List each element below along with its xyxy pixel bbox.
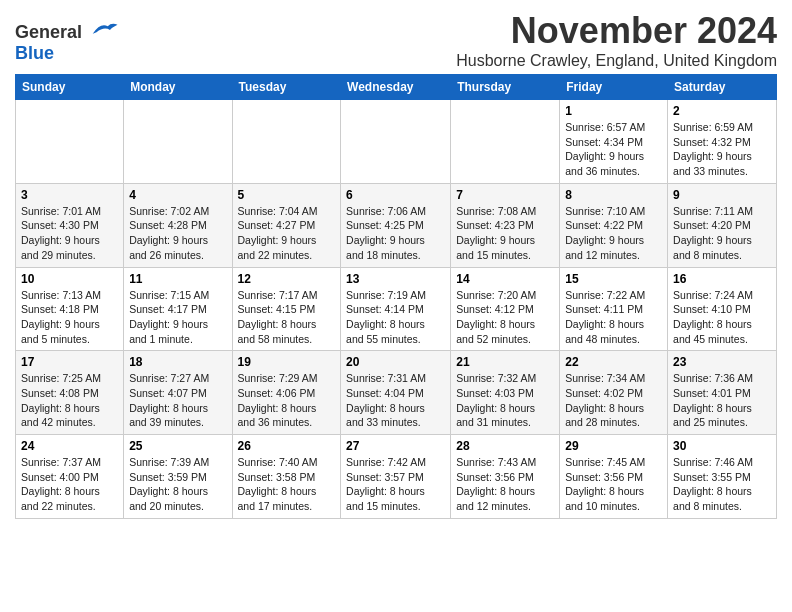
header-cell-friday: Friday [560,75,668,100]
logo-general: General [15,22,82,42]
day-number: 17 [21,355,118,369]
day-cell: 13Sunrise: 7:19 AM Sunset: 4:14 PM Dayli… [341,267,451,351]
day-number: 26 [238,439,336,453]
day-cell: 7Sunrise: 7:08 AM Sunset: 4:23 PM Daylig… [451,183,560,267]
day-cell: 19Sunrise: 7:29 AM Sunset: 4:06 PM Dayli… [232,351,341,435]
day-cell [16,100,124,184]
day-info: Sunrise: 7:24 AM Sunset: 4:10 PM Dayligh… [673,288,771,347]
location-title: Husborne Crawley, England, United Kingdo… [456,52,777,70]
calendar-table: SundayMondayTuesdayWednesdayThursdayFrid… [15,74,777,519]
week-row-3: 10Sunrise: 7:13 AM Sunset: 4:18 PM Dayli… [16,267,777,351]
day-number: 8 [565,188,662,202]
day-number: 13 [346,272,445,286]
day-info: Sunrise: 6:59 AM Sunset: 4:32 PM Dayligh… [673,120,771,179]
logo: General Blue [15,18,119,64]
day-cell: 16Sunrise: 7:24 AM Sunset: 4:10 PM Dayli… [668,267,777,351]
day-info: Sunrise: 7:37 AM Sunset: 4:00 PM Dayligh… [21,455,118,514]
logo-blue: Blue [15,43,54,63]
header-cell-thursday: Thursday [451,75,560,100]
day-number: 20 [346,355,445,369]
header-cell-sunday: Sunday [16,75,124,100]
day-number: 23 [673,355,771,369]
day-info: Sunrise: 7:25 AM Sunset: 4:08 PM Dayligh… [21,371,118,430]
header-row: SundayMondayTuesdayWednesdayThursdayFrid… [16,75,777,100]
day-info: Sunrise: 7:15 AM Sunset: 4:17 PM Dayligh… [129,288,226,347]
day-cell: 4Sunrise: 7:02 AM Sunset: 4:28 PM Daylig… [124,183,232,267]
day-number: 11 [129,272,226,286]
day-info: Sunrise: 7:19 AM Sunset: 4:14 PM Dayligh… [346,288,445,347]
day-info: Sunrise: 7:31 AM Sunset: 4:04 PM Dayligh… [346,371,445,430]
day-number: 3 [21,188,118,202]
day-cell: 3Sunrise: 7:01 AM Sunset: 4:30 PM Daylig… [16,183,124,267]
day-number: 2 [673,104,771,118]
week-row-1: 1Sunrise: 6:57 AM Sunset: 4:34 PM Daylig… [16,100,777,184]
day-cell: 22Sunrise: 7:34 AM Sunset: 4:02 PM Dayli… [560,351,668,435]
day-cell: 12Sunrise: 7:17 AM Sunset: 4:15 PM Dayli… [232,267,341,351]
day-info: Sunrise: 7:27 AM Sunset: 4:07 PM Dayligh… [129,371,226,430]
day-cell: 29Sunrise: 7:45 AM Sunset: 3:56 PM Dayli… [560,435,668,519]
day-number: 19 [238,355,336,369]
day-info: Sunrise: 7:39 AM Sunset: 3:59 PM Dayligh… [129,455,226,514]
week-row-4: 17Sunrise: 7:25 AM Sunset: 4:08 PM Dayli… [16,351,777,435]
day-info: Sunrise: 7:06 AM Sunset: 4:25 PM Dayligh… [346,204,445,263]
day-cell: 15Sunrise: 7:22 AM Sunset: 4:11 PM Dayli… [560,267,668,351]
day-number: 14 [456,272,554,286]
day-number: 25 [129,439,226,453]
header-cell-tuesday: Tuesday [232,75,341,100]
day-info: Sunrise: 7:01 AM Sunset: 4:30 PM Dayligh… [21,204,118,263]
day-info: Sunrise: 7:02 AM Sunset: 4:28 PM Dayligh… [129,204,226,263]
header: General Blue November 2024 Husborne Craw… [15,10,777,70]
day-number: 18 [129,355,226,369]
day-number: 12 [238,272,336,286]
day-info: Sunrise: 7:43 AM Sunset: 3:56 PM Dayligh… [456,455,554,514]
day-info: Sunrise: 7:04 AM Sunset: 4:27 PM Dayligh… [238,204,336,263]
day-number: 15 [565,272,662,286]
day-info: Sunrise: 7:32 AM Sunset: 4:03 PM Dayligh… [456,371,554,430]
day-number: 10 [21,272,118,286]
header-cell-wednesday: Wednesday [341,75,451,100]
day-info: Sunrise: 7:22 AM Sunset: 4:11 PM Dayligh… [565,288,662,347]
day-cell: 25Sunrise: 7:39 AM Sunset: 3:59 PM Dayli… [124,435,232,519]
logo-text: General [15,18,119,43]
day-number: 4 [129,188,226,202]
day-info: Sunrise: 7:46 AM Sunset: 3:55 PM Dayligh… [673,455,771,514]
day-number: 9 [673,188,771,202]
day-cell: 11Sunrise: 7:15 AM Sunset: 4:17 PM Dayli… [124,267,232,351]
week-row-5: 24Sunrise: 7:37 AM Sunset: 4:00 PM Dayli… [16,435,777,519]
day-cell: 9Sunrise: 7:11 AM Sunset: 4:20 PM Daylig… [668,183,777,267]
day-info: Sunrise: 7:20 AM Sunset: 4:12 PM Dayligh… [456,288,554,347]
day-number: 16 [673,272,771,286]
day-cell: 10Sunrise: 7:13 AM Sunset: 4:18 PM Dayli… [16,267,124,351]
day-number: 29 [565,439,662,453]
day-info: Sunrise: 7:42 AM Sunset: 3:57 PM Dayligh… [346,455,445,514]
day-number: 7 [456,188,554,202]
day-cell: 28Sunrise: 7:43 AM Sunset: 3:56 PM Dayli… [451,435,560,519]
day-cell: 6Sunrise: 7:06 AM Sunset: 4:25 PM Daylig… [341,183,451,267]
day-info: Sunrise: 7:08 AM Sunset: 4:23 PM Dayligh… [456,204,554,263]
day-info: Sunrise: 7:29 AM Sunset: 4:06 PM Dayligh… [238,371,336,430]
day-info: Sunrise: 7:45 AM Sunset: 3:56 PM Dayligh… [565,455,662,514]
day-cell: 18Sunrise: 7:27 AM Sunset: 4:07 PM Dayli… [124,351,232,435]
day-info: Sunrise: 7:36 AM Sunset: 4:01 PM Dayligh… [673,371,771,430]
day-number: 6 [346,188,445,202]
day-cell [451,100,560,184]
day-cell: 21Sunrise: 7:32 AM Sunset: 4:03 PM Dayli… [451,351,560,435]
day-info: Sunrise: 6:57 AM Sunset: 4:34 PM Dayligh… [565,120,662,179]
day-info: Sunrise: 7:10 AM Sunset: 4:22 PM Dayligh… [565,204,662,263]
day-info: Sunrise: 7:13 AM Sunset: 4:18 PM Dayligh… [21,288,118,347]
day-cell: 5Sunrise: 7:04 AM Sunset: 4:27 PM Daylig… [232,183,341,267]
day-cell: 26Sunrise: 7:40 AM Sunset: 3:58 PM Dayli… [232,435,341,519]
title-area: November 2024 Husborne Crawley, England,… [456,10,777,70]
day-cell: 20Sunrise: 7:31 AM Sunset: 4:04 PM Dayli… [341,351,451,435]
day-number: 1 [565,104,662,118]
day-info: Sunrise: 7:11 AM Sunset: 4:20 PM Dayligh… [673,204,771,263]
day-cell [232,100,341,184]
day-cell [341,100,451,184]
day-number: 5 [238,188,336,202]
day-number: 21 [456,355,554,369]
day-cell: 2Sunrise: 6:59 AM Sunset: 4:32 PM Daylig… [668,100,777,184]
day-info: Sunrise: 7:34 AM Sunset: 4:02 PM Dayligh… [565,371,662,430]
week-row-2: 3Sunrise: 7:01 AM Sunset: 4:30 PM Daylig… [16,183,777,267]
day-cell: 17Sunrise: 7:25 AM Sunset: 4:08 PM Dayli… [16,351,124,435]
day-cell: 24Sunrise: 7:37 AM Sunset: 4:00 PM Dayli… [16,435,124,519]
